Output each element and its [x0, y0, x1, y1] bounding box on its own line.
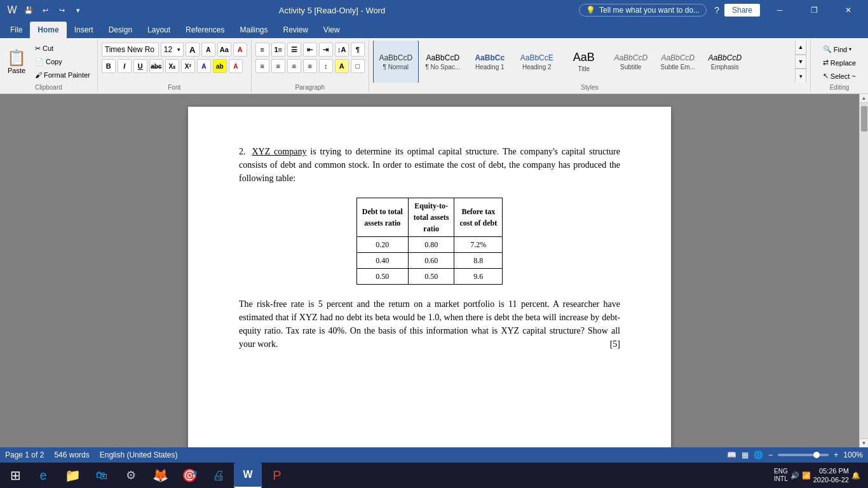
taskbar-hp[interactable]: 🖨 [205, 463, 233, 488]
replace-label: Replace [831, 59, 856, 67]
replace-button[interactable]: ⇄ Replace [820, 57, 859, 69]
decrease-indent-btn[interactable]: ⇤ [303, 43, 317, 57]
tab-references[interactable]: References [178, 22, 232, 38]
style-normal[interactable]: AaBbCcD ¶ Normal [373, 41, 419, 83]
style-title[interactable]: AaB Title [561, 41, 607, 83]
font-shrink-btn[interactable]: A [201, 43, 215, 57]
customize-btn[interactable]: ▾ [71, 3, 85, 17]
format-painter-button[interactable]: 🖌 Format Painter [32, 69, 93, 81]
vertical-scrollbar[interactable]: ▲ ▼ [859, 94, 868, 447]
find-button[interactable]: 🔍 Find ▾ [820, 43, 859, 55]
start-button[interactable]: ⊞ [3, 463, 28, 488]
numbering-btn[interactable]: 1≡ [271, 43, 285, 57]
align-center-btn[interactable]: ≡ [271, 59, 285, 73]
web-layout-icon[interactable]: 🌐 [754, 451, 763, 459]
style-subtle-em[interactable]: AaBbCcD Subtle Em... [655, 41, 701, 83]
clear-format-btn[interactable]: A [233, 43, 247, 57]
bullets-btn[interactable]: ≡ [255, 43, 269, 57]
style-emphasis[interactable]: AaBbCcD Emphasis [702, 41, 748, 83]
bold-btn[interactable]: B [102, 59, 116, 73]
text-effect-btn[interactable]: A [197, 59, 211, 73]
taskbar-ie[interactable]: e [29, 463, 57, 488]
tab-layout[interactable]: Layout [140, 22, 178, 38]
help-btn[interactable]: ? [714, 5, 719, 15]
style-heading2[interactable]: AaBbCcE Heading 2 [514, 41, 560, 83]
cut-label: Cut [43, 44, 53, 52]
strikethrough-btn[interactable]: abc [149, 59, 163, 73]
taskbar-volume[interactable]: 🔊 [790, 471, 799, 480]
tab-file[interactable]: File [3, 22, 30, 38]
tab-design[interactable]: Design [101, 22, 140, 38]
multilevel-btn[interactable]: ☰ [287, 43, 301, 57]
analysis-paragraph: The risk-free rate is 5 percent and the … [239, 297, 620, 351]
scroll-down-arrow[interactable]: ▼ [860, 438, 869, 447]
align-right-btn[interactable]: ≡ [287, 59, 301, 73]
styles-more[interactable]: ▾ [795, 69, 806, 83]
redo-btn[interactable]: ↪ [55, 3, 69, 17]
share-button[interactable]: Share [724, 4, 760, 17]
scroll-thumb[interactable] [861, 106, 867, 132]
underline-btn[interactable]: U [133, 59, 147, 73]
superscript-btn[interactable]: X² [181, 59, 195, 73]
taskbar-notification[interactable]: 🔔 [851, 471, 860, 480]
taskbar-settings[interactable]: ⚙ [117, 463, 145, 488]
doc-scroll[interactable]: 2. XYZ company is trying to determine it… [0, 94, 859, 447]
zoom-slider[interactable] [778, 454, 829, 456]
style-subtitle[interactable]: AaBbCcD Subtitle [608, 41, 654, 83]
font-name-input[interactable]: Times New Ro [102, 43, 159, 57]
styles-scroll-down[interactable]: ▼ [795, 55, 806, 69]
style-no-spacing[interactable]: AaBbCcD ¶ No Spac... [420, 41, 466, 83]
taskbar-app6[interactable]: 🎯 [175, 463, 203, 488]
increase-indent-btn[interactable]: ⇥ [319, 43, 333, 57]
editing-group: 🔍 Find ▾ ⇄ Replace ↖ Select ~ Editing [811, 39, 868, 92]
copy-button[interactable]: 📄 Copy [32, 56, 93, 68]
style-heading1[interactable]: AaBbCc Heading 1 [467, 41, 513, 83]
close-btn[interactable]: ✕ [834, 0, 863, 20]
read-mode-icon[interactable]: 📖 [727, 451, 736, 459]
tab-view[interactable]: View [316, 22, 348, 38]
font-size-input[interactable]: 12▾ [161, 43, 184, 57]
doc-content: 2. XYZ company is trying to determine it… [239, 145, 620, 351]
find-icon: 🔍 [823, 45, 832, 53]
styles-scroll-up[interactable]: ▲ [795, 41, 806, 55]
restore-btn[interactable]: ❐ [799, 0, 829, 20]
select-button[interactable]: ↖ Select ~ [820, 70, 859, 82]
scroll-track[interactable] [860, 103, 868, 438]
zoom-plus[interactable]: + [834, 451, 838, 459]
tab-mailings[interactable]: Mailings [232, 22, 275, 38]
subscript-btn[interactable]: X₂ [165, 59, 179, 73]
show-formatting-btn[interactable]: ¶ [351, 43, 365, 57]
font-color-btn[interactable]: A [229, 59, 243, 73]
text-highlight-btn[interactable]: ab [213, 59, 227, 73]
scroll-up-arrow[interactable]: ▲ [860, 94, 869, 103]
taskbar-explorer[interactable]: 📁 [58, 463, 86, 488]
save-btn[interactable]: 💾 [22, 3, 36, 17]
taskbar-firefox[interactable]: 🦊 [146, 463, 174, 488]
find-arrow: ▾ [849, 46, 851, 52]
taskbar-word[interactable]: W [234, 463, 262, 488]
shading-btn[interactable]: A [335, 59, 349, 73]
tab-insert[interactable]: Insert [67, 22, 101, 38]
tell-me-box[interactable]: 💡 Tell me what you want to do... [579, 4, 707, 17]
minimize-btn[interactable]: ─ [765, 0, 794, 20]
score-bracket: [5] [610, 337, 620, 351]
italic-btn[interactable]: I [118, 59, 132, 73]
justify-btn[interactable]: ≡ [303, 59, 317, 73]
tab-review[interactable]: Review [275, 22, 315, 38]
font-grow-btn[interactable]: A [186, 43, 200, 57]
sort-btn[interactable]: ↕A [335, 43, 349, 57]
zoom-level[interactable]: 100% [843, 451, 863, 459]
zoom-minus[interactable]: − [768, 451, 773, 459]
undo-btn[interactable]: ↩ [38, 3, 52, 17]
change-case-btn[interactable]: Aa [217, 43, 231, 57]
table-header-cost: Before taxcost of debt [454, 198, 503, 237]
paste-button[interactable]: 📋 Paste [4, 43, 29, 81]
tab-home[interactable]: Home [30, 22, 66, 38]
cut-button[interactable]: ✂ Cut [32, 43, 93, 55]
taskbar-powerpoint[interactable]: P [263, 463, 291, 488]
align-left-btn[interactable]: ≡ [255, 59, 269, 73]
line-spacing-btn[interactable]: ↕ [319, 59, 333, 73]
taskbar-store[interactable]: 🛍 [88, 463, 116, 488]
borders-btn[interactable]: □ [351, 59, 365, 73]
print-layout-icon[interactable]: ▦ [742, 451, 749, 459]
